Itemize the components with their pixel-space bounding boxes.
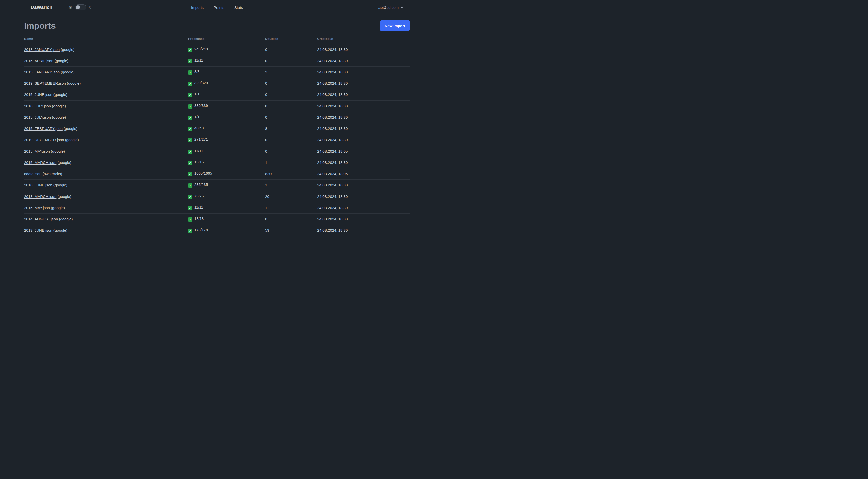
processed-cell: 1/1 bbox=[188, 112, 265, 123]
table-row: odata.json (owntracks)1665/166582024.03.… bbox=[24, 168, 410, 179]
processed-count: 1/1 bbox=[194, 115, 200, 119]
processed-cell: 48/48 bbox=[188, 123, 265, 134]
processed-count: 1665/1665 bbox=[194, 171, 212, 175]
name-cell: 2019_SEPTEMBER.json (google) bbox=[24, 78, 188, 89]
created-at-cell: 24.03.2024, 18:30 bbox=[317, 225, 410, 236]
nav-link-points[interactable]: Points bbox=[214, 5, 224, 9]
import-source: (google) bbox=[51, 104, 66, 108]
processed-cell: 11/11 bbox=[188, 202, 265, 213]
column-header: Name bbox=[24, 35, 188, 44]
check-icon bbox=[188, 93, 192, 97]
import-file-link[interactable]: 2015_JANUARY.json bbox=[24, 70, 60, 74]
chevron-down-icon bbox=[400, 5, 403, 9]
import-file-link[interactable]: 2015_MAY.json bbox=[24, 149, 50, 153]
table-row: 2015_JUNE.json (google)1/1024.03.2024, 1… bbox=[24, 89, 410, 100]
processed-cell: 18/18 bbox=[188, 213, 265, 225]
moon-icon: ☾ bbox=[89, 5, 93, 9]
created-at-cell: 24.03.2024, 18:30 bbox=[317, 213, 410, 225]
check-icon bbox=[188, 161, 192, 165]
user-menu[interactable]: ab@cd.com bbox=[378, 5, 403, 9]
import-source: (google) bbox=[66, 81, 81, 85]
import-file-link[interactable]: 2019_SEPTEMBER.json bbox=[24, 81, 66, 85]
table-row: 2019_SEPTEMBER.json (google)329/329024.0… bbox=[24, 78, 410, 89]
doubles-cell: 0 bbox=[265, 100, 317, 112]
table-row: 2018_JUNE.json (google)235/235124.03.202… bbox=[24, 179, 410, 191]
table-row: 2018_JULY.json (google)339/339024.03.202… bbox=[24, 100, 410, 112]
nav-link-imports[interactable]: Imports bbox=[191, 5, 204, 9]
table-row: 2015_MARCH.json (google)15/15124.03.2024… bbox=[24, 157, 410, 168]
processed-cell bbox=[188, 236, 265, 239]
import-file-link[interactable]: 2015_JUNE.json bbox=[24, 92, 53, 97]
import-file-link[interactable]: odata.json bbox=[24, 172, 41, 176]
import-file-link[interactable]: 2019_DECEMBER.json bbox=[24, 138, 64, 142]
new-import-button[interactable]: New import bbox=[380, 20, 410, 31]
processed-count: 48/48 bbox=[194, 126, 204, 130]
processed-count: 11/11 bbox=[194, 58, 203, 62]
created-at-cell: 24.03.2024, 18:30 bbox=[317, 202, 410, 213]
import-file-link[interactable]: 2015_MAY.json bbox=[24, 206, 50, 210]
check-icon bbox=[188, 104, 192, 109]
doubles-cell: 1 bbox=[265, 179, 317, 191]
processed-count: 11/11 bbox=[194, 205, 203, 209]
nav-link-stats[interactable]: Stats bbox=[234, 5, 243, 9]
import-file-link[interactable]: 2018_JANUARY.json bbox=[24, 47, 60, 52]
import-file-link[interactable]: 2018_JUNE.json bbox=[24, 183, 53, 187]
app-logo[interactable]: DaWarIch bbox=[31, 4, 53, 10]
doubles-cell: 820 bbox=[265, 168, 317, 179]
table-row: 2013_MARCH.json (google)75/752024.03.202… bbox=[24, 191, 410, 202]
name-cell: 2013_MARCH.json (google) bbox=[24, 191, 188, 202]
name-cell: 2019_DECEMBER.json (google) bbox=[24, 134, 188, 146]
check-icon bbox=[188, 172, 192, 176]
check-icon bbox=[188, 116, 192, 120]
table-row: 2013_JUNE.json (google)178/1785924.03.20… bbox=[24, 225, 410, 236]
import-file-link[interactable]: 2015_APRIL.json bbox=[24, 59, 54, 63]
import-file-link[interactable]: 2013_JUNE.json bbox=[24, 228, 53, 233]
import-file-link[interactable]: 2015_MARCH.json bbox=[24, 160, 56, 164]
name-cell: 2018_JUNE.json (google) bbox=[24, 179, 188, 191]
processed-count: 235/235 bbox=[194, 182, 208, 187]
doubles-cell: 0 bbox=[265, 134, 317, 146]
import-source: (google) bbox=[50, 206, 65, 210]
import-source: (google) bbox=[60, 70, 74, 74]
check-icon bbox=[188, 59, 192, 63]
import-source: (google) bbox=[64, 138, 79, 142]
page-header: Imports New import bbox=[24, 20, 410, 31]
doubles-cell: 0 bbox=[265, 55, 317, 66]
check-icon bbox=[188, 70, 192, 74]
theme-toggle[interactable] bbox=[75, 4, 86, 10]
import-file-link[interactable]: 2013_MARCH.json bbox=[24, 194, 56, 199]
created-at-cell: 24.03.2024, 18:30 bbox=[317, 44, 410, 55]
name-cell: 2018_JANUARY.json (google) bbox=[24, 44, 188, 55]
import-file-link[interactable]: 2018_JULY.json bbox=[24, 104, 51, 108]
check-icon bbox=[188, 195, 192, 199]
imports-page: Imports New import NameProcessedDoublesC… bbox=[0, 20, 434, 239]
processed-count: 75/75 bbox=[194, 194, 204, 198]
name-cell: odata.json (owntracks) bbox=[24, 168, 188, 179]
theme-switcher: ☀ ☾ bbox=[68, 4, 93, 10]
processed-count: 271/271 bbox=[194, 137, 208, 142]
imports-table-body: 2018_JANUARY.json (google)249/249024.03.… bbox=[24, 44, 410, 239]
import-source: (owntracks) bbox=[41, 172, 62, 176]
import-file-link[interactable]: 2015_FEBRUARY.json bbox=[24, 126, 63, 131]
table-row: 2015_JANUARY.json (google)8/8224.03.2024… bbox=[24, 66, 410, 78]
created-at-cell: 24.03.2024, 18:30 bbox=[317, 157, 410, 168]
import-file-link[interactable]: 2015_JULY.json bbox=[24, 115, 51, 119]
doubles-cell: 2 bbox=[265, 66, 317, 78]
processed-cell: 1/1 bbox=[188, 89, 265, 100]
name-cell: 2015_JANUARY.json (google) bbox=[24, 66, 188, 78]
created-at-cell: 24.03.2024, 18:30 bbox=[317, 191, 410, 202]
doubles-cell: 0 bbox=[265, 78, 317, 89]
processed-count: 1/1 bbox=[194, 92, 200, 96]
table-row bbox=[24, 236, 410, 239]
name-cell: 2013_JUNE.json (google) bbox=[24, 225, 188, 236]
check-icon bbox=[188, 138, 192, 143]
created-at-cell: 24.03.2024, 18:30 bbox=[317, 100, 410, 112]
import-file-link[interactable]: 2014_AUGUST.json bbox=[24, 217, 58, 221]
created-at-cell: 24.03.2024, 18:05 bbox=[317, 168, 410, 179]
processed-cell: 235/235 bbox=[188, 179, 265, 191]
processed-count: 8/8 bbox=[194, 69, 200, 73]
import-source: (google) bbox=[53, 92, 67, 97]
name-cell: 2015_MAY.json (google) bbox=[24, 202, 188, 213]
table-row: 2019_DECEMBER.json (google)271/271024.03… bbox=[24, 134, 410, 146]
name-cell: 2015_FEBRUARY.json (google) bbox=[24, 123, 188, 134]
